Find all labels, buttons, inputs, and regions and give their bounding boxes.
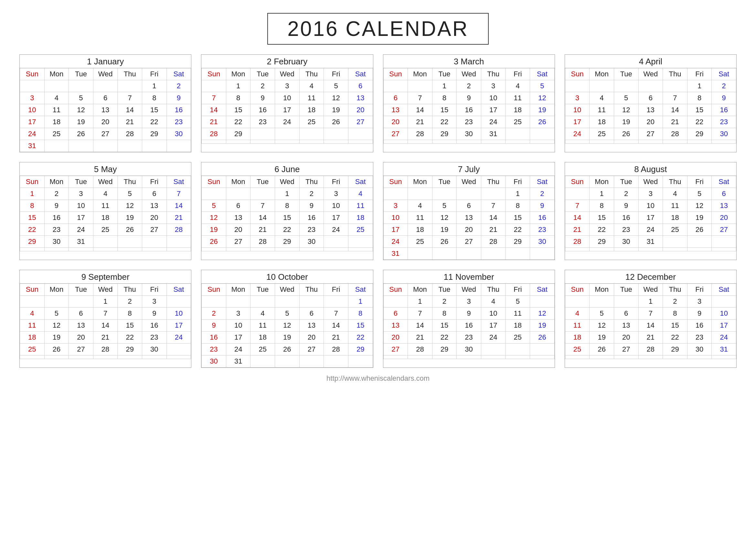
header-tue-month-6: Tue <box>251 176 275 188</box>
day-cell: 1 <box>432 80 457 92</box>
day-cell: 1 <box>505 188 530 200</box>
day-cell: 13 <box>93 104 118 116</box>
header-sun-month-2: Sun <box>202 68 226 80</box>
day-cell: 19 <box>324 104 348 116</box>
page-title: 2016 CALENDAR <box>287 17 469 41</box>
header-thu-month-3: Thu <box>481 68 505 80</box>
day-cell: 23 <box>299 224 324 236</box>
day-cell <box>118 140 142 152</box>
header-sun-month-12: Sun <box>565 284 589 296</box>
month-title-1: 1 January <box>20 55 191 68</box>
day-cell <box>69 355 94 359</box>
day-cell: 11 <box>408 212 432 224</box>
day-cell: 28 <box>202 128 226 140</box>
header-thu-month-4: Thu <box>663 68 688 80</box>
day-cell: 7 <box>663 92 688 104</box>
day-cell <box>324 296 348 308</box>
header-sat-month-6: Sat <box>348 176 373 188</box>
day-cell: 30 <box>457 128 481 140</box>
day-cell <box>20 355 44 359</box>
day-cell: 10 <box>481 92 505 104</box>
day-cell <box>324 140 348 144</box>
day-cell: 14 <box>251 212 275 224</box>
day-cell: 10 <box>712 308 736 320</box>
day-cell: 21 <box>638 331 663 344</box>
day-cell: 3 <box>565 92 589 104</box>
day-cell <box>408 248 432 260</box>
day-cell: 9 <box>712 92 736 104</box>
day-cell <box>712 355 736 359</box>
day-cell: 24 <box>167 331 191 344</box>
day-cell: 30 <box>530 236 554 248</box>
day-cell: 12 <box>530 92 554 104</box>
day-cell: 5 <box>118 188 142 200</box>
day-cell: 15 <box>348 320 373 331</box>
day-cell: 8 <box>275 200 300 212</box>
day-cell: 8 <box>118 308 142 320</box>
day-cell: 19 <box>44 331 69 344</box>
day-cell <box>408 80 432 92</box>
day-cell: 20 <box>383 331 408 344</box>
day-cell: 22 <box>20 224 44 236</box>
day-cell: 9 <box>614 200 638 212</box>
header-fri-month-12: Fri <box>687 284 712 296</box>
day-cell <box>275 248 300 251</box>
day-cell <box>565 188 589 200</box>
day-cell: 27 <box>614 344 638 355</box>
day-cell: 11 <box>93 200 118 212</box>
header-mon-month-7: Mon <box>408 176 432 188</box>
header-sun-month-8: Sun <box>565 176 589 188</box>
day-cell: 4 <box>348 188 373 200</box>
day-cell <box>299 128 324 140</box>
day-cell <box>530 128 554 140</box>
day-cell: 23 <box>457 116 481 128</box>
day-cell <box>687 140 712 144</box>
month-12: 12 DecemberSunMonTueWedThuFriSat12345678… <box>565 270 737 368</box>
header-thu-month-5: Thu <box>118 176 142 188</box>
day-cell: 26 <box>614 128 638 140</box>
month-9: 9 SeptemberSunMonTueWedThuFriSat12345678… <box>19 270 191 368</box>
day-cell <box>69 140 94 152</box>
day-cell: 31 <box>20 140 44 152</box>
day-cell: 11 <box>505 92 530 104</box>
day-cell <box>383 355 408 359</box>
day-cell <box>663 236 688 248</box>
header-tue-month-10: Tue <box>251 284 275 296</box>
day-cell: 5 <box>202 200 226 212</box>
month-5: 5 MaySunMonTueWedThuFriSat12345678910111… <box>19 162 191 260</box>
day-cell: 14 <box>565 212 589 224</box>
month-title-3: 3 March <box>383 55 554 68</box>
day-cell <box>251 296 275 308</box>
day-cell: 10 <box>20 104 44 116</box>
day-cell: 10 <box>324 200 348 212</box>
day-cell: 1 <box>348 296 373 308</box>
day-cell: 10 <box>383 212 408 224</box>
month-title-6: 6 June <box>202 162 373 176</box>
day-cell: 17 <box>712 320 736 331</box>
day-cell: 12 <box>44 320 69 331</box>
day-cell: 11 <box>348 200 373 212</box>
day-cell: 27 <box>142 224 167 236</box>
day-cell: 29 <box>589 236 614 248</box>
day-cell: 16 <box>457 320 481 331</box>
day-cell <box>202 248 226 251</box>
month-title-9: 9 September <box>20 270 191 284</box>
day-cell: 6 <box>383 308 408 320</box>
day-cell: 29 <box>142 128 167 140</box>
day-cell: 22 <box>226 116 251 128</box>
day-cell: 14 <box>118 104 142 116</box>
day-cell <box>324 236 348 248</box>
day-cell: 20 <box>299 331 324 344</box>
day-cell <box>383 140 408 144</box>
day-cell <box>505 344 530 355</box>
day-cell: 20 <box>383 116 408 128</box>
day-cell: 28 <box>481 236 505 248</box>
day-cell <box>457 140 481 144</box>
day-cell: 12 <box>614 104 638 116</box>
day-cell: 15 <box>505 212 530 224</box>
header-thu-month-10: Thu <box>299 284 324 296</box>
day-cell: 18 <box>565 331 589 344</box>
day-cell: 10 <box>167 308 191 320</box>
day-cell: 2 <box>457 80 481 92</box>
header-sun-month-10: Sun <box>202 284 226 296</box>
